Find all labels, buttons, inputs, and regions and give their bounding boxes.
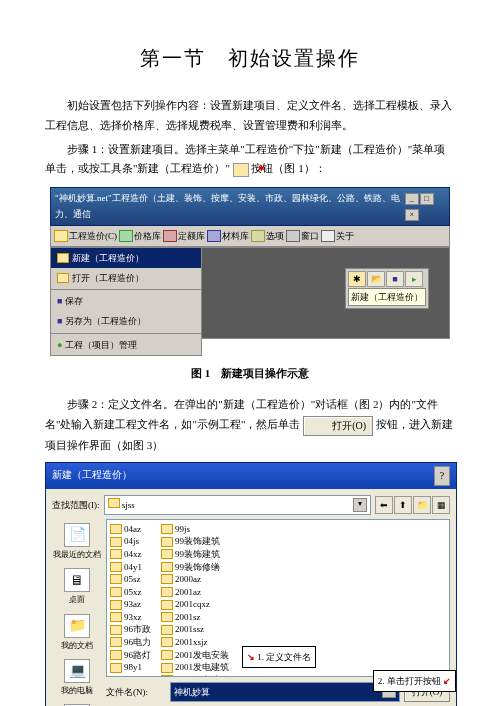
place-mydocs: 📁我的文档 — [61, 614, 93, 653]
app-titlebar: "神机妙算.net"工程造价（土建、装饰、按摩、安装、市政、园林绿化、公路、铁路… — [50, 187, 450, 225]
dropdown-menu[interactable]: 新建（工程造价） 打开（工程造价） ■保存 ■另存为（工程造价） ●工程（项目）… — [50, 247, 202, 356]
close-icon: × — [405, 209, 419, 221]
work-area: ✱ 📂 ■ ▸ 新建（工程造价） — [202, 247, 450, 339]
menu-cost: 工程造价(C) — [54, 228, 117, 244]
dialog-titlebar: 新建（工程造价） ? — [46, 463, 456, 489]
file-col-1: 04az 04js 04xz 04y1 05sz 05xz 93az 93xz … — [110, 523, 151, 677]
lookin-combo[interactable]: sjss▾ — [104, 495, 372, 515]
menu-options: 选项 — [251, 228, 284, 244]
file-col-2: 99js 99装饰建筑 99装饰建筑 99装饰修缮 2000az 2001az … — [161, 523, 229, 677]
menu-bar[interactable]: 工程造价(C) 价格库 定额库 材料库 选项 窗口 关于 — [50, 226, 450, 247]
section-title: 第一节 初始设置操作 — [45, 40, 455, 76]
menu-about: 关于 — [321, 228, 354, 244]
menu-pricelib: 价格库 — [119, 228, 161, 244]
paragraph-intro: 初始设置包括下列操作内容：设置新建项目、定义文件名、选择工程模板、录入工程信息、… — [45, 96, 455, 136]
new-project-icon — [233, 163, 249, 177]
place-mycomputer: 💻我的电脑 — [61, 659, 93, 698]
views-icon[interactable]: ▦ — [432, 496, 450, 514]
filename-label: 文件名(N): — [106, 684, 166, 700]
paragraph-step2: 步骤 2：定义文件名。在弹出的"新建（工程造价）"对话框（图 2）内的"文件名"… — [45, 395, 455, 455]
menu-item-new: 新建（工程造价） — [51, 248, 201, 268]
tb-play-icon: ▸ — [405, 271, 423, 287]
figure-2-dialog: 新建（工程造价） ? 查找范围(I): sjss▾ ⬅ ⬆ 📁 ▦ 📄我最近的文… — [45, 462, 457, 706]
menu-item-manage: ●工程（项目）管理 — [51, 335, 201, 355]
figure1-caption: 图 1 新建项目操作示意 — [45, 364, 455, 384]
menu-item-save: ■保存 — [51, 291, 201, 311]
toolbar-tooltip: 新建（工程造价） — [348, 288, 426, 306]
lookin-label: 查找范围(I): — [52, 497, 100, 513]
place-desktop: 🖥桌面 — [64, 568, 90, 607]
menu-materiallib: 材料库 — [207, 228, 249, 244]
tb-new-icon: ✱ — [348, 271, 366, 287]
place-recent: 📄我最近的文档 — [53, 523, 101, 562]
paragraph-step1: 步骤 1：设置新建项目。选择主菜单"工程造价"下拉"新建（工程造价）"菜单项单击… — [45, 140, 455, 180]
floating-toolbar[interactable]: ✱ 📂 ■ ▸ 新建（工程造价） — [345, 268, 429, 309]
menu-item-saveas: ■另存为（工程造价） — [51, 311, 201, 331]
maximize-icon: □ — [420, 193, 434, 205]
filename-input[interactable]: 神机妙算▾ — [170, 682, 400, 702]
dialog-help-icon[interactable]: ? — [434, 466, 450, 486]
callout-1: ↘ 1. 定义文件名 — [242, 646, 316, 668]
newfolder-icon[interactable]: 📁 — [413, 496, 431, 514]
menu-item-open: 打开（工程造价） — [51, 268, 201, 288]
open-button-inline[interactable]: 打开(O) — [303, 416, 373, 436]
up-icon[interactable]: ⬆ — [394, 496, 412, 514]
back-icon[interactable]: ⬅ — [375, 496, 393, 514]
figure-1: "神机妙算.net"工程造价（土建、装饰、按摩、安装、市政、园林绿化、公路、铁路… — [50, 187, 450, 356]
menu-quotalib: 定额库 — [163, 228, 205, 244]
tb-save-icon: ■ — [386, 271, 404, 287]
window-controls[interactable]: _□× — [404, 190, 445, 222]
places-bar[interactable]: 📄我最近的文档 🖥桌面 📁我的文档 💻我的电脑 🌐网上邻居 — [52, 519, 102, 706]
menu-window: 窗口 — [286, 228, 319, 244]
file-list[interactable]: 04az 04js 04xz 04y1 05sz 05xz 93az 93xz … — [106, 519, 450, 677]
tb-open-icon: 📂 — [367, 271, 385, 287]
minimize-icon: _ — [405, 193, 419, 205]
chevron-down-icon: ▾ — [353, 498, 367, 512]
callout-2: 2. 单击打开按钮 ↙ — [373, 670, 456, 692]
